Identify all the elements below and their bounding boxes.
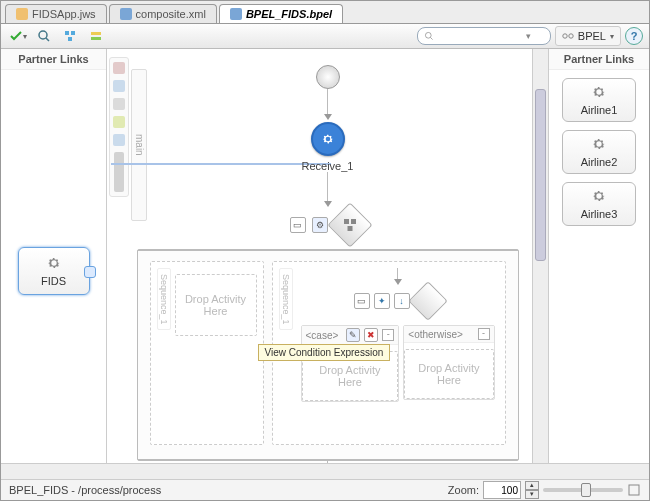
design-canvas[interactable]: main Receive_1 ▭ — [107, 49, 548, 463]
svg-point-0 — [39, 31, 47, 39]
vertical-scrollbar[interactable] — [532, 49, 548, 463]
svg-rect-1 — [65, 31, 69, 35]
svg-rect-4 — [91, 32, 101, 35]
slider-knob[interactable] — [581, 483, 591, 497]
chevron-down-icon: ▾ — [610, 32, 614, 41]
find-button[interactable] — [33, 26, 55, 46]
collapse-button[interactable]: ▭ — [354, 293, 370, 309]
tab-bpelfids[interactable]: BPEL_FIDS.bpel — [219, 4, 343, 23]
right-partner-links-panel: Partner Links Airline1 Airline2 Airline3 — [548, 49, 649, 463]
panel-title: Partner Links — [1, 49, 106, 70]
partner-link-label: FIDS — [41, 275, 66, 287]
partner-link-airline2[interactable]: Airline2 — [562, 130, 636, 174]
otherwise-branch: <otherwise> - Drop Activity Here — [403, 325, 494, 400]
file-icon — [16, 8, 28, 20]
svg-point-8 — [569, 34, 573, 38]
layout-button[interactable] — [59, 26, 81, 46]
drop-zone[interactable]: Drop Activity Here — [404, 349, 493, 399]
receive-activity[interactable] — [311, 122, 345, 156]
swimlane-button[interactable] — [85, 26, 107, 46]
bpel-mode-button[interactable]: BPEL ▾ — [555, 26, 621, 46]
toolbar: ▾ ▾ BPEL ▾ ? — [1, 24, 649, 49]
zoom-up-button[interactable]: ▴ — [525, 481, 539, 490]
partner-link-label: Airline2 — [581, 156, 618, 168]
collapse-button[interactable]: ▭ — [290, 217, 306, 233]
status-bar: BPEL_FIDS - /process/process Zoom: ▴ ▾ — [1, 479, 649, 500]
svg-rect-11 — [347, 226, 352, 231]
partner-link-airline3[interactable]: Airline3 — [562, 182, 636, 226]
add-branch-button[interactable]: ✦ — [374, 293, 390, 309]
search-icon — [424, 31, 434, 41]
svg-rect-10 — [351, 219, 356, 224]
bpel-label: BPEL — [578, 30, 606, 42]
flow-gateway[interactable] — [327, 202, 372, 247]
left-partner-links-panel: Partner Links FIDS — [1, 49, 107, 463]
panel-title: Partner Links — [549, 49, 649, 70]
expand-button[interactable]: - — [478, 328, 490, 340]
delete-case-button[interactable]: ✖ — [364, 328, 378, 342]
svg-rect-12 — [629, 485, 639, 495]
chevron-down-icon[interactable]: ▾ — [526, 31, 531, 41]
tab-label: BPEL_FIDS.bpel — [246, 8, 332, 20]
help-button[interactable]: ? — [625, 27, 643, 45]
arrow-icon — [394, 279, 402, 285]
search-box[interactable]: ▾ — [417, 27, 551, 45]
start-node[interactable] — [316, 65, 340, 89]
gear-icon — [591, 188, 607, 204]
flow-container: Sequence_1 Drop Activity Here Sequence_1 — [137, 249, 519, 461]
flow-branch-1: Sequence_1 Drop Activity Here — [150, 261, 264, 445]
sequence-label: Sequence_1 — [279, 268, 293, 330]
case-branch: <case> ✎ ✖ - Drop Activity Here — [301, 325, 400, 402]
scrollbar-thumb[interactable] — [535, 89, 546, 261]
svg-rect-9 — [344, 219, 349, 224]
tab-label: composite.xml — [136, 8, 206, 20]
otherwise-label: <otherwise> — [408, 329, 462, 340]
receive-label: Receive_1 — [302, 160, 354, 172]
drop-zone[interactable]: Drop Activity Here — [175, 274, 257, 336]
gear-icon — [591, 136, 607, 152]
port-icon[interactable] — [84, 266, 96, 278]
editor-tabs: FIDSApp.jws composite.xml BPEL_FIDS.bpel — [1, 1, 649, 24]
flow-branch-2: Sequence_1 ▭ ✦ ↓ — [272, 261, 506, 445]
expand-button[interactable]: - — [382, 329, 394, 341]
tab-fidsapp[interactable]: FIDSApp.jws — [5, 4, 107, 23]
svg-rect-2 — [71, 31, 75, 35]
partner-link-fids[interactable]: FIDS — [18, 247, 90, 295]
search-input[interactable] — [438, 29, 522, 43]
edit-case-button[interactable]: ✎ — [346, 328, 360, 342]
svg-rect-3 — [68, 37, 72, 41]
svg-point-6 — [425, 32, 431, 38]
case-label: <case> — [306, 330, 339, 341]
link-icon — [562, 31, 574, 41]
sequence-label: Sequence_1 — [157, 268, 171, 330]
zoom-down-button[interactable]: ▾ — [525, 490, 539, 499]
flow-icon — [343, 218, 357, 232]
breadcrumb: BPEL_FIDS - /process/process — [9, 484, 161, 496]
svg-point-7 — [563, 34, 567, 38]
zoom-control: Zoom: ▴ ▾ — [448, 481, 641, 499]
arrow-down-button[interactable]: ↓ — [394, 293, 410, 309]
fit-icon[interactable] — [627, 483, 641, 497]
flow-options-button[interactable]: ⚙ — [312, 217, 328, 233]
tooltip: View Condition Expression — [258, 344, 391, 361]
file-icon — [120, 8, 132, 20]
partner-link-airline1[interactable]: Airline1 — [562, 78, 636, 122]
zoom-input[interactable] — [483, 481, 521, 499]
arrow-icon — [324, 201, 332, 207]
gear-icon — [591, 84, 607, 100]
zoom-slider[interactable] — [543, 488, 623, 492]
arrow-icon — [324, 114, 332, 120]
partner-link-label: Airline3 — [581, 208, 618, 220]
svg-rect-5 — [91, 37, 101, 40]
partner-link-label: Airline1 — [581, 104, 618, 116]
horizontal-scrollbar[interactable] — [1, 463, 649, 479]
tab-composite[interactable]: composite.xml — [109, 4, 217, 23]
zoom-label: Zoom: — [448, 484, 479, 496]
tab-label: FIDSApp.jws — [32, 8, 96, 20]
gear-icon — [46, 255, 62, 271]
gear-icon — [321, 132, 335, 146]
file-icon — [230, 8, 242, 20]
validate-button[interactable]: ▾ — [7, 26, 29, 46]
